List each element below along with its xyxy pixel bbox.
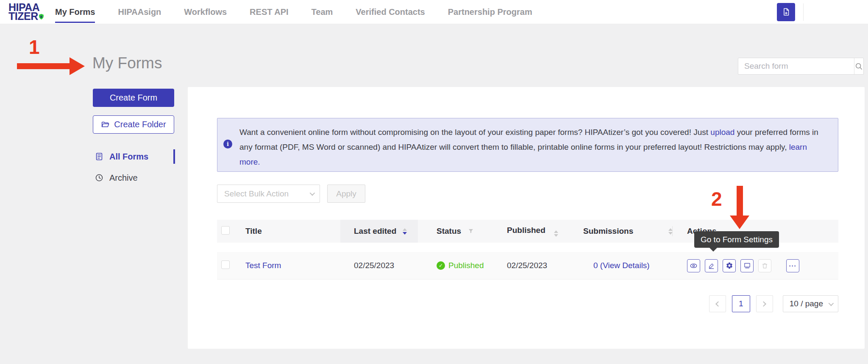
chevron-left-icon	[715, 301, 721, 307]
nav-item-rest-api[interactable]: REST API	[250, 0, 289, 24]
nav-item-my-forms[interactable]: My Forms	[55, 0, 95, 24]
annotation-step-2-number: 2	[711, 188, 722, 210]
check-circle-icon: ✓	[437, 261, 445, 270]
bulk-action-bar: Select Bulk Action Apply	[217, 185, 365, 203]
settings-button[interactable]	[723, 259, 736, 272]
table-row-test-form: Test Form 02/25/2023 ✓ Published 02/25/2…	[217, 252, 838, 280]
more-ellipsis-icon: ···	[789, 262, 797, 269]
logo-line-2: TIZER	[8, 12, 49, 21]
submissions-cell: 0 (View Details)	[570, 261, 673, 270]
status-label: Published	[448, 261, 484, 270]
upload-info-banner: i Want a convenient online form without …	[217, 118, 838, 172]
chevron-down-icon	[310, 190, 315, 196]
filter-funnel-icon[interactable]	[467, 228, 474, 235]
page-size-select[interactable]: 10 / page	[783, 295, 838, 312]
create-folder-label: Create Folder	[114, 120, 166, 129]
search-form-box	[738, 58, 864, 75]
sort-carets-icon	[668, 228, 673, 235]
design-button[interactable]	[740, 259, 754, 272]
preview-button[interactable]	[687, 259, 700, 272]
hipaatizer-my-forms-screen: HIPAA TIZER My Forms HIPAAsign Workflows…	[0, 0, 868, 364]
nav-item-verified-contacts[interactable]: Verified Contacts	[356, 0, 425, 24]
upload-link[interactable]: upload	[710, 128, 734, 137]
select-all-cell	[217, 226, 238, 237]
main-navigation: My Forms HIPAAsign Workflows REST API Te…	[55, 0, 532, 24]
forms-content-panel: i Want a convenient online form without …	[188, 87, 865, 349]
sort-carets-icon	[403, 228, 407, 235]
search-icon	[854, 62, 863, 71]
nav-item-workflows[interactable]: Workflows	[184, 0, 227, 24]
annotation-arrow-1	[17, 63, 70, 69]
sort-carets-icon	[554, 230, 558, 237]
create-folder-button[interactable]: Create Folder	[93, 115, 174, 134]
sidebar-item-label: All Forms	[109, 152, 148, 162]
annotation-step-1-number: 1	[29, 36, 40, 59]
top-navigation-bar: HIPAA TIZER My Forms HIPAAsign Workflows…	[0, 0, 868, 24]
info-circle-icon: i	[223, 140, 232, 148]
edit-pencil-icon	[708, 262, 715, 269]
previous-page-button[interactable]	[709, 295, 726, 312]
shield-lock-icon	[38, 13, 45, 21]
row-action-buttons: ···	[687, 259, 838, 272]
status-cell: ✓ Published	[418, 261, 498, 270]
column-header-last-edited[interactable]: Last edited	[340, 220, 418, 243]
sidebar-item-all-forms[interactable]: All Forms	[93, 148, 174, 165]
more-actions-button[interactable]: ···	[786, 259, 799, 272]
chevron-right-icon	[761, 301, 766, 307]
forms-sidebar: Create Form Create Folder All Forms	[93, 89, 174, 187]
topbar-actions	[777, 0, 804, 24]
hipaatizer-logo[interactable]: HIPAA TIZER	[8, 3, 49, 21]
apply-button[interactable]: Apply	[327, 185, 365, 203]
create-form-button[interactable]: Create Form	[93, 89, 174, 107]
nav-item-partnership-program[interactable]: Partnership Program	[448, 0, 532, 24]
next-page-button[interactable]	[756, 295, 773, 312]
page-1-button[interactable]: 1	[732, 295, 750, 312]
pagination: 1 10 / page	[709, 295, 838, 312]
topbar-divider	[803, 3, 804, 21]
column-header-status[interactable]: Status	[418, 227, 498, 236]
edit-button[interactable]	[705, 259, 718, 272]
annotation-arrow-2-head	[730, 216, 749, 229]
annotation-arrow-1-head	[70, 57, 85, 75]
nav-item-team[interactable]: Team	[312, 0, 333, 24]
page-title: My Forms	[92, 54, 162, 72]
nav-item-hipaasign[interactable]: HIPAAsign	[118, 0, 161, 24]
annotation-arrow-2	[737, 186, 743, 216]
banner-text: Want a convenient online form without co…	[239, 125, 828, 169]
actions-cell: ···	[673, 259, 838, 272]
design-monitor-icon	[743, 262, 751, 269]
last-edited-cell: 02/25/2023	[340, 261, 418, 270]
folder-open-icon	[101, 120, 110, 129]
delete-trash-icon	[761, 262, 768, 269]
published-cell: 02/25/2023	[498, 261, 570, 270]
row-select-cell	[217, 260, 238, 271]
search-input[interactable]	[738, 58, 854, 74]
sidebar-item-archive[interactable]: Archive	[93, 169, 174, 187]
delete-button[interactable]	[758, 259, 771, 272]
chevron-down-icon	[829, 300, 834, 306]
page-size-label: 10 / page	[790, 299, 823, 308]
form-title-link[interactable]: Test Form	[245, 261, 281, 270]
search-button[interactable]	[854, 58, 863, 74]
column-header-title: Title	[238, 227, 340, 236]
new-form-header-button[interactable]	[777, 3, 795, 21]
sidebar-nav-list: All Forms Archive	[93, 148, 174, 187]
sidebar-item-label: Archive	[109, 173, 138, 183]
select-all-checkbox[interactable]	[221, 226, 230, 235]
status-badge: ✓ Published	[437, 261, 484, 270]
view-details-link[interactable]: 0 (View Details)	[593, 261, 650, 270]
column-header-submissions[interactable]: Submissions	[570, 220, 673, 243]
row-checkbox[interactable]	[221, 260, 230, 269]
form-title-cell: Test Form	[238, 261, 340, 270]
column-header-published[interactable]: Published	[498, 226, 570, 237]
document-plus-icon	[782, 7, 791, 17]
forms-document-icon	[95, 152, 104, 161]
settings-gear-icon	[726, 262, 733, 269]
bulk-action-placeholder: Select Bulk Action	[224, 189, 289, 199]
bulk-action-select[interactable]: Select Bulk Action	[217, 185, 320, 203]
preview-eye-icon	[690, 262, 698, 270]
form-settings-tooltip: Go to Form Settings	[694, 231, 779, 248]
archive-clock-icon	[95, 173, 104, 182]
